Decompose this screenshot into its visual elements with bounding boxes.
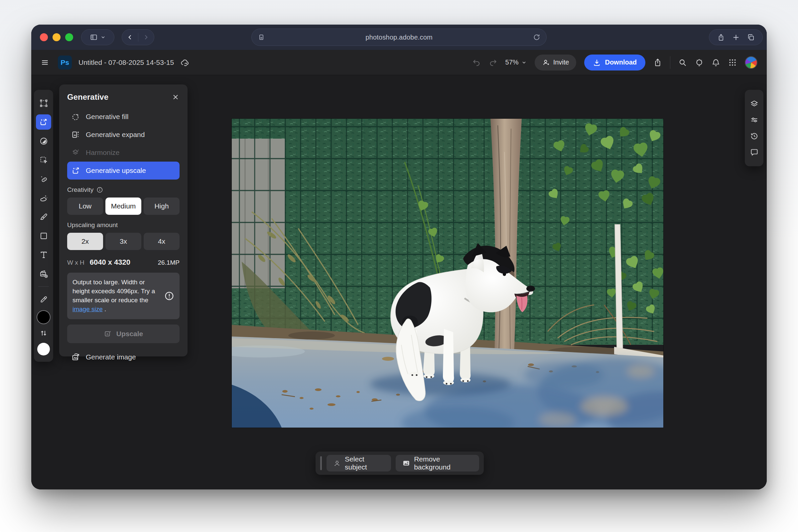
generative-fill-item[interactable]: Generative fill xyxy=(67,108,179,126)
item-label: Generative fill xyxy=(86,113,128,121)
redo-icon[interactable] xyxy=(489,58,497,67)
creativity-medium-button[interactable]: Medium xyxy=(106,197,141,215)
canvas-image[interactable] xyxy=(232,119,663,428)
warning-card: Output too large. Width or height exceed… xyxy=(67,273,179,319)
layers-icon[interactable] xyxy=(750,99,759,108)
browser-titlebar: photoshop.adobe.com xyxy=(31,25,767,50)
transform-select-tool[interactable] xyxy=(35,94,52,112)
item-label: Harmonize xyxy=(86,149,120,157)
select-subject-icon xyxy=(333,459,341,468)
history-icon[interactable] xyxy=(750,132,759,141)
remove-tool[interactable] xyxy=(35,189,52,207)
eyedropper-tool[interactable] xyxy=(35,291,52,308)
add-image-tool[interactable] xyxy=(35,265,52,282)
document-title: Untitled - 07-08-2025 14-53-15 xyxy=(78,58,174,66)
panel-rail xyxy=(745,90,763,166)
image-size-link[interactable]: image size xyxy=(73,306,103,312)
adjustments-tool[interactable] xyxy=(35,132,52,150)
traffic-lights xyxy=(40,33,73,41)
remove-background-icon xyxy=(402,459,410,468)
remove-background-button[interactable]: Remove background xyxy=(396,455,479,472)
upscale-4x-button[interactable]: 4x xyxy=(144,233,179,250)
zoom-level: 57% xyxy=(506,58,519,66)
properties-sliders-icon[interactable] xyxy=(750,115,759,125)
share-document-icon[interactable] xyxy=(653,58,662,67)
photoshop-logo: Ps xyxy=(58,56,72,70)
generative-fill-icon xyxy=(71,112,80,121)
generative-tool[interactable] xyxy=(36,114,51,130)
type-tool[interactable] xyxy=(35,246,52,263)
generative-upscale-item[interactable]: Generative upscale xyxy=(67,162,179,179)
warning-text: Output too large. Width or height exceed… xyxy=(73,278,160,314)
minimize-window-button[interactable] xyxy=(53,33,60,41)
dog-photo xyxy=(232,119,663,428)
generate-image-item[interactable]: Generate image xyxy=(67,353,179,362)
quick-select-tool[interactable] xyxy=(35,151,52,169)
invite-button[interactable]: Invite xyxy=(535,55,576,71)
generative-panel: Generative Generative fill Generative ex xyxy=(59,84,188,357)
undo-icon[interactable] xyxy=(472,58,481,67)
cloud-sync-icon[interactable] xyxy=(180,58,189,67)
tab-overview-icon[interactable] xyxy=(747,34,755,41)
upscaling-label: Upscaling amount xyxy=(67,222,179,229)
upscale-2x-button[interactable]: 2x xyxy=(67,233,103,250)
sidebar-icon xyxy=(90,33,98,41)
creativity-low-button[interactable]: Low xyxy=(67,197,103,215)
chevron-down-icon xyxy=(100,35,106,40)
search-icon[interactable] xyxy=(678,58,687,67)
item-label: Generative upscale xyxy=(86,167,146,174)
avatar[interactable] xyxy=(745,56,757,69)
url-text: photoshop.adobe.com xyxy=(265,34,533,41)
sidebar-toggle[interactable] xyxy=(81,29,114,45)
download-icon xyxy=(593,58,601,66)
toolbar-divider xyxy=(38,286,49,287)
forward-button[interactable] xyxy=(138,30,154,45)
background-color-swatch[interactable] xyxy=(37,343,50,356)
upscale-icon xyxy=(104,329,112,338)
generate-image-icon xyxy=(71,353,80,362)
main-menu-icon[interactable] xyxy=(41,58,49,67)
invite-people-icon xyxy=(542,58,550,66)
creativity-label-row: Creativity xyxy=(67,186,179,193)
generative-upscale-icon xyxy=(71,166,80,175)
generative-expand-icon xyxy=(71,130,80,139)
panel-title: Generative xyxy=(67,92,172,102)
harmonize-item[interactable]: Harmonize xyxy=(67,144,179,162)
workspace: Generative Generative fill Generative ex xyxy=(31,75,767,490)
browser-actions xyxy=(709,29,763,45)
megapixels: 26.1MP xyxy=(158,259,179,266)
generative-expand-item[interactable]: Generative expand xyxy=(67,126,179,144)
select-subject-button[interactable]: Select subject xyxy=(326,455,391,472)
share-page-icon[interactable] xyxy=(717,34,725,41)
ps-topbar: Ps Untitled - 07-08-2025 14-53-15 57% In… xyxy=(31,50,767,75)
item-label: Generative expand xyxy=(86,131,145,139)
comments-icon[interactable] xyxy=(750,148,759,157)
download-button[interactable]: Download xyxy=(584,55,645,71)
page-settings-icon[interactable] xyxy=(258,34,265,41)
shape-tool[interactable] xyxy=(35,227,52,244)
foreground-color-swatch[interactable] xyxy=(37,311,50,324)
address-bar[interactable]: photoshop.adobe.com xyxy=(251,28,547,46)
close-panel-icon[interactable] xyxy=(172,93,179,101)
alert-icon xyxy=(164,291,174,301)
notifications-bell-icon[interactable] xyxy=(711,58,720,67)
healing-tool[interactable] xyxy=(35,170,52,188)
zoom-window-button[interactable] xyxy=(65,33,73,41)
upscale-3x-button[interactable]: 3x xyxy=(106,233,141,250)
apps-grid-icon[interactable] xyxy=(728,58,737,67)
quick-actions-handle[interactable] xyxy=(320,456,322,470)
ideas-lightbulb-icon[interactable] xyxy=(695,58,704,67)
upscale-button[interactable]: Upscale xyxy=(67,324,179,343)
zoom-level-dropdown[interactable]: 57% xyxy=(506,58,527,66)
reload-icon[interactable] xyxy=(533,34,540,41)
upscaling-options: 2x 3x 4x xyxy=(67,233,179,250)
creativity-options: Low Medium High xyxy=(67,197,179,215)
brush-tool[interactable] xyxy=(35,208,52,225)
swap-colors-icon[interactable] xyxy=(35,326,52,340)
new-tab-icon[interactable] xyxy=(732,34,740,41)
back-button[interactable] xyxy=(122,30,138,45)
creativity-high-button[interactable]: High xyxy=(144,197,179,215)
tool-bar xyxy=(34,90,53,362)
info-icon[interactable] xyxy=(96,187,103,193)
close-window-button[interactable] xyxy=(40,33,48,41)
